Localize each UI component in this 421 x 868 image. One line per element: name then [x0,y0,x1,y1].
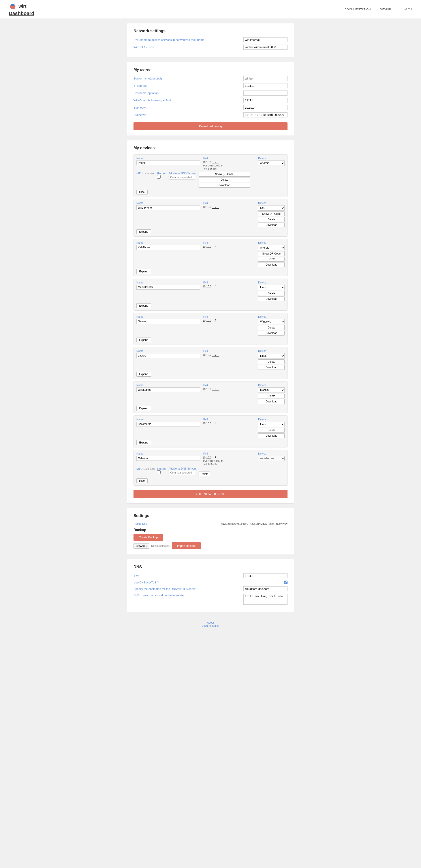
dns-tls-checkbox[interactable] [284,581,288,584]
dns-zones-textarea[interactable]: fritz.box,lan,local.home [244,594,288,604]
device-routed-checkbox-phone[interactable] [157,175,161,179]
device-name-input-calendar[interactable] [136,456,200,461]
device-ip-suffix-wife-phone[interactable] [212,205,219,209]
device-name-input-bookmarks[interactable] [136,422,200,427]
delete-button-laptop[interactable]: Delete [258,360,285,364]
port-row: WireGuard is listening at Port: [133,98,288,103]
device-type-select-calendar[interactable]: — select — Android iOS Linux Windows Mac… [258,456,285,461]
device-name-col-phone: Name [136,157,200,165]
device-type-select-mediacenter[interactable]: Android iOS Linux Windows MacOS [258,285,285,290]
import-backup-button[interactable]: Import Backup [172,542,201,549]
device-dns-input-calendar[interactable] [169,470,195,475]
device-port-calendar: Port 1-65535 [202,463,256,465]
device-ip-suffix-calendar[interactable] [212,456,219,459]
server-name-input[interactable] [244,76,288,81]
hide-button-calendar[interactable]: Hide [136,478,148,483]
device-type-select-laptop[interactable]: Android iOS Linux Windows MacOS [258,353,285,359]
download-button-wife-laptop[interactable]: Download [258,399,285,404]
download-button-gaming[interactable]: Download [258,331,285,336]
dns-hostname-label: Specify the hostname for the DNSoverTLS … [133,587,244,590]
no-file-text: No file selected. [151,545,170,548]
delete-button-kid-phone[interactable]: Delete [258,257,285,261]
device-ip-suffix-laptop[interactable] [212,353,219,356]
device-type-select-gaming[interactable]: Android iOS Linux Windows MacOS [258,319,285,324]
device-name-input-gaming[interactable] [136,319,200,324]
dns-ipv4-label: IPv4 [133,574,244,578]
device-type-select-phone[interactable]: Android iOS Linux Windows MacOS [258,160,285,166]
show-qr-button-kid-phone[interactable]: Show QR Code [258,251,285,256]
expand-button-mediacenter[interactable]: Expand [136,303,151,308]
show-qr-button-wife-phone[interactable]: Show QR Code [258,212,285,216]
ip-address-label: IP address [133,84,244,87]
device-mtu-phone: MTU 1320-1800 [136,172,155,175]
create-backup-button[interactable]: Create Backup [133,534,163,540]
subnet4-input[interactable] [244,105,288,110]
browse-button[interactable]: Browse... [133,543,150,549]
device-name-label9: Name [136,452,200,455]
device-ip-prefix8: 10.10.0 [202,422,212,425]
download-button-laptop[interactable]: Download [258,365,285,370]
footer-about[interactable]: About [207,621,214,624]
delete-button-gaming[interactable]: Delete [258,325,285,330]
ip-address-input[interactable] [244,83,288,88]
add-device-button[interactable]: ADD NEW DEVICE [133,490,288,498]
device-ip-suffix-wife-laptop[interactable] [212,388,219,391]
download-button-kid-phone[interactable]: Download [258,262,285,267]
delete-button-bookmarks[interactable]: Delete [258,428,285,433]
dashboard-title: Dashboard [9,10,34,16]
delete-button-mediacenter[interactable]: Delete [258,291,285,296]
footer-documentation[interactable]: Documentation [202,624,220,627]
nav-github[interactable]: GITHUB [380,8,391,11]
device-ip-suffix-kid-phone[interactable] [212,245,219,248]
backup-row: Create Backup [133,534,288,540]
show-qr-button-phone[interactable]: Show QR Code [199,172,250,177]
subnet6-label: Subnet v6: [133,113,244,117]
dns-ipv4-input[interactable] [244,573,288,578]
device-name-input-wife-phone[interactable] [136,205,200,210]
delete-button-wife-phone[interactable]: Delete [258,217,285,222]
device-type-select-wife-laptop[interactable]: Android iOS Linux Windows MacOS [258,388,285,393]
hostname-input[interactable] [244,91,288,96]
device-actions-calendar: Delete [199,467,210,477]
device-type-select-kid-phone[interactable]: Android iOS Linux Windows MacOS [258,245,285,250]
expand-button-bookmarks[interactable]: Expand [136,440,151,445]
device-ip-suffix-bookmarks[interactable] [212,422,219,425]
device-routed-checkbox-calendar[interactable] [157,470,161,474]
expand-button-gaming[interactable]: Expand [136,338,151,342]
expand-button-laptop[interactable]: Expand [136,372,151,377]
download-button-bookmarks[interactable]: Download [258,433,285,438]
device-name-label6: Name [136,349,200,352]
api-row: WirtBot API host [133,44,288,50]
device-name-input-phone[interactable] [136,160,200,165]
download-button-mediacenter[interactable]: Download [258,297,285,301]
device-name-input-mediacenter[interactable] [136,285,200,290]
delete-button-phone[interactable]: Delete [199,177,250,182]
device-dns-input-phone[interactable] [169,175,195,180]
device-ip-suffix-phone[interactable] [212,160,219,164]
device-type-select-bookmarks[interactable]: Android iOS Linux Windows MacOS [258,422,285,427]
device-ip-suffix-gaming[interactable] [212,319,219,322]
delete-button-wife-laptop[interactable]: Delete [258,394,285,399]
device-ip-suffix-mediacenter[interactable] [212,285,219,288]
expand-button-kid-phone[interactable]: Expand [136,269,151,274]
dns-hostname-input[interactable] [244,586,288,591]
api-input[interactable] [244,44,288,50]
dns-input[interactable] [244,37,288,42]
delete-button-calendar[interactable]: Delete [199,471,210,476]
download-config-button[interactable]: Download config [133,122,288,130]
nav-docs[interactable]: DOCUMENTATION [345,8,371,11]
download-button-phone[interactable]: Download [199,183,250,188]
hide-button-phone[interactable]: Hide [136,190,148,194]
device-expand-phone: Hide [136,190,285,194]
expand-button-wife-phone[interactable]: Expand [136,229,151,234]
port-input[interactable] [244,98,288,103]
download-button-wife-phone[interactable]: Download [258,222,285,227]
device-name-input-laptop[interactable] [136,353,200,358]
device-expand-wife-phone: Expand [136,229,285,234]
device-name-input-kid-phone[interactable] [136,245,200,250]
my-devices-card: My devices Name IPv4 10.10.0 IPv6 1010::… [127,140,294,503]
expand-button-wife-laptop[interactable]: Expand [136,406,151,411]
device-name-input-wife-laptop[interactable] [136,388,200,392]
device-type-select-wife-phone[interactable]: Android iOS Linux Windows MacOS [258,205,285,211]
subnet6-input[interactable] [244,112,288,118]
